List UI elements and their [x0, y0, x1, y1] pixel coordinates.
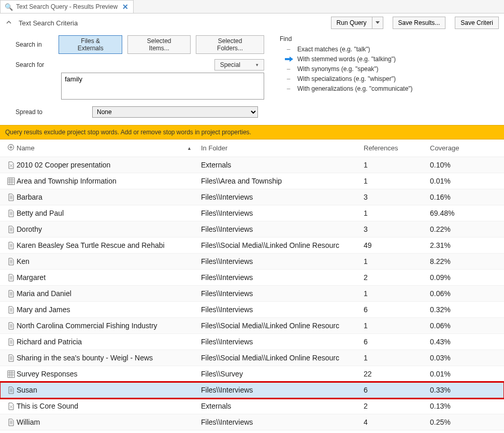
result-row[interactable]: Maria and DanielFiles\\Interviews10.06%	[0, 286, 504, 302]
chevron-down-icon: ▾	[256, 62, 258, 67]
row-coverage: 0.43%	[430, 338, 499, 346]
row-name: Mary and James	[17, 305, 201, 314]
result-row[interactable]: WilliamFiles\\Interviews40.25%	[0, 414, 504, 430]
match-option[interactable]: –Exact matches (e.g. "talk")	[285, 46, 499, 53]
special-dropdown[interactable]: Special ▾	[214, 59, 264, 71]
match-option-label: With generalizations (e.g. "communicate"…	[297, 85, 413, 92]
match-option[interactable]: With stemmed words (e.g. "talking")	[285, 55, 499, 63]
row-folder: Files\\Interviews	[201, 418, 364, 426]
criteria-header: Text Search Criteria Run Query Save Resu…	[0, 13, 504, 32]
result-row[interactable]: Karen Beasley Sea Turtle Rescue and Reha…	[0, 238, 504, 254]
match-option-label: Exact matches (e.g. "talk")	[297, 46, 370, 53]
save-criteria-button[interactable]: Save Criteri	[455, 17, 499, 29]
row-coverage: 0.03%	[430, 354, 499, 362]
column-references[interactable]: References	[364, 144, 430, 152]
row-name: Margaret	[17, 273, 201, 282]
row-folder: Files\\Interviews	[201, 225, 364, 233]
file-type-icon	[5, 226, 17, 233]
result-row[interactable]: DorothyFiles\\Interviews30.22%	[0, 221, 504, 238]
row-references: 1	[364, 177, 430, 185]
spread-to-select[interactable]: None	[92, 106, 258, 118]
result-row[interactable]: Mary and JamesFiles\\Interviews60.32%	[0, 302, 504, 318]
result-row[interactable]: BarbaraFiles\\Interviews30.16%	[0, 189, 504, 205]
result-row[interactable]: KenFiles\\Interviews18.22%	[0, 254, 504, 270]
result-row[interactable]: MargaretFiles\\Interviews20.09%	[0, 270, 504, 286]
criteria-body: Search in Files & Externals Selected Ite…	[0, 32, 504, 125]
row-name: Ken	[17, 257, 201, 266]
result-row[interactable]: Betty and PaulFiles\\Interviews169.48%	[0, 205, 504, 221]
result-row[interactable]: North Carolina Commercial Fishing Indust…	[0, 318, 504, 334]
row-name: Dorothy	[17, 225, 201, 233]
file-type-icon	[5, 161, 17, 169]
row-coverage: 0.13%	[430, 402, 499, 410]
result-row[interactable]: Survey ResponsesFiles\\Survey220.01%	[0, 366, 504, 382]
result-row[interactable]: SusanFiles\\Interviews60.33%	[0, 382, 504, 398]
results-header: Name ▲ In Folder References Coverage	[0, 139, 504, 157]
row-references: 1	[364, 289, 430, 298]
tab-bar: 🔍 Text Search Query - Results Preview ✕	[0, 0, 504, 13]
row-references: 6	[364, 386, 430, 394]
row-coverage: 0.33%	[430, 386, 499, 394]
row-folder: Files\\Interviews	[201, 386, 364, 394]
row-coverage: 0.16%	[430, 193, 499, 201]
criteria-title: Text Search Criteria	[19, 19, 78, 27]
row-coverage: 0.06%	[430, 322, 499, 330]
tab-title: Text Search Query - Results Preview	[16, 3, 118, 10]
run-query-dropdown[interactable]	[372, 17, 383, 29]
row-name: William	[17, 418, 201, 426]
collapse-toggle[interactable]	[5, 20, 12, 26]
row-coverage: 0.22%	[430, 225, 499, 233]
row-coverage: 8.22%	[430, 257, 499, 266]
column-coverage[interactable]: Coverage	[430, 144, 499, 152]
row-references: 4	[364, 418, 430, 426]
close-tab-button[interactable]: ✕	[121, 3, 130, 11]
row-coverage: 0.09%	[430, 273, 499, 282]
row-name: Maria and Daniel	[17, 289, 201, 298]
pill-files-externals[interactable]: Files & Externals	[59, 35, 122, 54]
row-folder: Files\\Interviews	[201, 209, 364, 217]
file-type-icon	[5, 418, 17, 426]
save-results-button[interactable]: Save Results...	[393, 17, 446, 29]
pill-selected-items[interactable]: Selected Items...	[127, 35, 191, 54]
row-folder: Files\\Interviews	[201, 305, 364, 314]
row-name: Richard and Patricia	[17, 338, 201, 346]
file-type-icon	[5, 322, 17, 330]
row-name: North Carolina Commercial Fishing Indust…	[17, 322, 201, 330]
row-coverage: 69.48%	[430, 209, 499, 217]
match-options-list[interactable]: –Exact matches (e.g. "talk")With stemmed…	[280, 46, 499, 92]
tick-mark-icon: –	[285, 65, 292, 73]
row-coverage: 0.10%	[430, 161, 499, 169]
result-row[interactable]: Richard and PatriciaFiles\\Interviews60.…	[0, 334, 504, 350]
row-coverage: 0.01%	[430, 370, 499, 378]
file-type-icon	[5, 242, 17, 249]
row-references: 22	[364, 370, 430, 378]
row-name: Area and Township Information	[17, 177, 201, 185]
result-row[interactable]: 2010 02 Cooper presentationExternals10.1…	[0, 157, 504, 173]
file-type-icon	[5, 290, 17, 298]
run-query-button[interactable]: Run Query	[331, 17, 372, 29]
tab-results-preview[interactable]: 🔍 Text Search Query - Results Preview ✕	[0, 0, 134, 13]
column-name[interactable]: Name ▲	[17, 144, 201, 152]
row-references: 3	[364, 193, 430, 201]
row-folder: Externals	[201, 161, 364, 169]
file-type-icon	[5, 370, 17, 378]
row-name: Karen Beasley Sea Turtle Rescue and Reha…	[17, 241, 201, 249]
row-references: 3	[364, 225, 430, 233]
row-references: 1	[364, 322, 430, 330]
match-option[interactable]: –With synonyms (e.g. "speak")	[285, 65, 499, 73]
result-row[interactable]: Area and Township InformationFiles\\Area…	[0, 173, 504, 189]
row-coverage: 0.32%	[430, 305, 499, 314]
result-row[interactable]: This is Core SoundExternals20.13%	[0, 398, 504, 414]
results-body: 2010 02 Cooper presentationExternals10.1…	[0, 157, 504, 430]
result-row[interactable]: Sharing in the sea's bounty - Weigl - Ne…	[0, 350, 504, 366]
search-for-input[interactable]	[61, 73, 264, 100]
row-folder: Files\\Survey	[201, 370, 364, 378]
column-folder[interactable]: In Folder	[201, 144, 364, 152]
row-folder: Files\\Social Media\\Linked Online Resou…	[201, 322, 364, 330]
pill-selected-folders[interactable]: Selected Folders...	[196, 35, 264, 54]
match-option-label: With synonyms (e.g. "speak")	[297, 65, 379, 73]
match-option[interactable]: –With specializations (e.g. "whisper")	[285, 75, 499, 82]
expand-all-icon[interactable]	[5, 144, 17, 152]
file-type-icon	[5, 338, 17, 346]
match-option[interactable]: –With generalizations (e.g. "communicate…	[285, 85, 499, 92]
